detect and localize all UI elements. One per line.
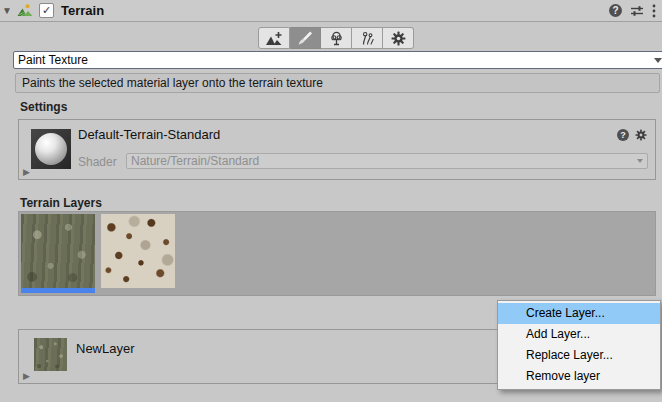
layer-context-menu: Create Layer... Add Layer... Replace Lay… [497, 300, 661, 390]
material-header-actions: ? [617, 129, 647, 141]
tool-help-text: Paints the selected material layer onto … [22, 76, 323, 90]
paint-trees-button[interactable] [321, 27, 352, 49]
enabled-checkbox[interactable]: ✓ [39, 3, 54, 18]
new-layer-name: NewLayer [76, 341, 135, 356]
paint-details-button[interactable] [352, 27, 383, 49]
paint-tool-dropdown[interactable]: Paint Texture [13, 51, 662, 69]
material-help-icon[interactable]: ? [617, 129, 629, 141]
material-preview[interactable] [31, 129, 71, 169]
menu-item-add-layer[interactable]: Add Layer... [498, 324, 660, 345]
paint-details-icon [360, 31, 375, 46]
check-icon: ✓ [42, 5, 51, 16]
terrain-inspector: ▼ ✓ Terrain ? [0, 0, 662, 402]
material-name: Default-Terrain-Standard [78, 127, 220, 142]
header-actions: ? [609, 0, 656, 21]
paint-terrain-icon [297, 30, 313, 46]
paint-terrain-button[interactable] [290, 27, 321, 49]
settings-section-label: Settings [20, 100, 67, 114]
material-foldout-icon[interactable]: ▶ [23, 167, 30, 177]
grass-texture-thumbnail[interactable] [21, 214, 95, 288]
presets-icon[interactable] [630, 4, 644, 18]
component-title: Terrain [61, 3, 104, 18]
help-icon[interactable]: ? [609, 4, 622, 17]
material-gear-icon[interactable] [635, 129, 647, 141]
gravel-texture-thumbnail[interactable] [101, 214, 175, 288]
menu-item-remove-layer[interactable]: Remove layer [498, 366, 660, 387]
paint-tool-dropdown-value: Paint Texture [18, 53, 88, 67]
shader-dropdown[interactable]: Nature/Terrain/Standard [126, 153, 648, 169]
selected-layer-indicator [21, 288, 95, 293]
new-layer-thumbnail[interactable] [34, 338, 67, 371]
material-editor: Default-Terrain-Standard ? [18, 119, 656, 180]
shader-dropdown-value: Nature/Terrain/Standard [131, 154, 259, 168]
terrain-settings-icon [391, 31, 406, 46]
terrain-settings-button[interactable] [383, 27, 414, 49]
material-sphere-icon [35, 133, 67, 165]
terrain-layer-grass[interactable] [21, 214, 95, 293]
chevron-down-icon [654, 58, 662, 63]
terrain-tool-toolbar [258, 27, 414, 49]
create-neighbor-terrains-icon [265, 31, 283, 46]
foldout-arrow-icon[interactable]: ▼ [0, 6, 14, 16]
menu-item-create-layer[interactable]: Create Layer... [498, 303, 660, 324]
component-header: ▼ ✓ Terrain ? [0, 0, 662, 22]
new-layer-foldout-icon[interactable]: ▶ [23, 371, 30, 381]
terrain-icon [16, 3, 33, 19]
terrain-layer-gravel[interactable] [101, 214, 175, 288]
tool-help-box: Paints the selected material layer onto … [15, 73, 660, 93]
more-menu-icon[interactable] [652, 4, 656, 18]
terrain-layers-palette[interactable] [18, 211, 656, 296]
shader-label: Shader [78, 155, 117, 169]
menu-item-replace-layer[interactable]: Replace Layer... [498, 345, 660, 366]
create-neighbor-terrains-button[interactable] [258, 27, 290, 49]
chevron-down-icon [637, 159, 643, 163]
terrain-layers-section-label: Terrain Layers [20, 196, 102, 210]
paint-trees-icon [329, 31, 344, 46]
